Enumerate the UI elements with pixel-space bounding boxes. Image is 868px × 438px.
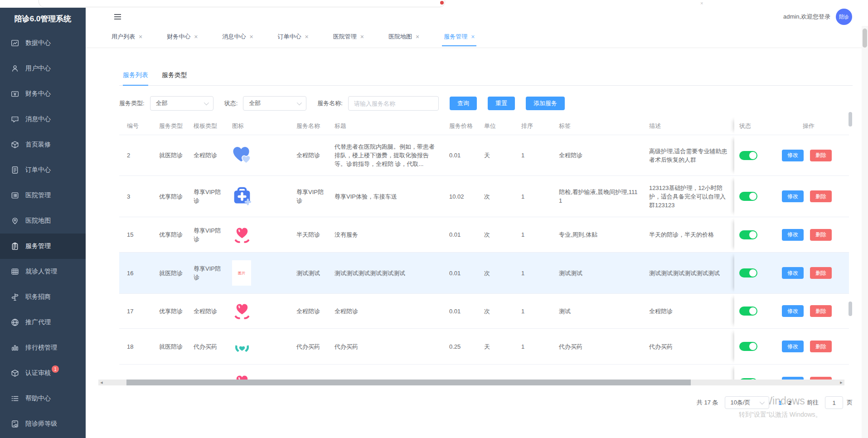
- goto-page-input[interactable]: [825, 396, 843, 409]
- cell-price: 0.25: [445, 329, 480, 364]
- close-tab-icon[interactable]: ×: [416, 33, 419, 40]
- user-icon: [11, 64, 19, 73]
- column-header: 服务价格: [445, 117, 480, 135]
- sidebar-item-1[interactable]: 数据中心: [0, 30, 86, 56]
- edit-button[interactable]: 修改: [782, 305, 804, 317]
- sidebar-item-11[interactable]: 职务招商: [0, 284, 86, 310]
- chevron-down-icon: [297, 100, 302, 105]
- delete-button[interactable]: 删除: [810, 150, 832, 161]
- tab-7[interactable]: 服务管理×: [444, 26, 475, 48]
- close-tab-icon[interactable]: ×: [360, 33, 364, 40]
- tab-6[interactable]: 医院地图×: [388, 26, 419, 48]
- sidebar-item-12[interactable]: 推广代理: [0, 310, 86, 335]
- help-list-icon: [11, 394, 19, 403]
- delete-button[interactable]: 删除: [810, 267, 832, 279]
- sidebar-item-2[interactable]: 用户中心: [0, 56, 86, 81]
- close-tab-icon[interactable]: ×: [139, 33, 142, 40]
- edit-button[interactable]: 修改: [782, 267, 804, 279]
- sidebar-item-label: 陪诊师等级: [25, 420, 57, 428]
- welcome-text: admin,欢迎您登录: [783, 13, 830, 21]
- edit-button[interactable]: 修改: [782, 150, 804, 161]
- delete-button[interactable]: 删除: [810, 341, 832, 352]
- page-number-1[interactable]: 1: [779, 399, 782, 406]
- sidebar-item-9[interactable]: 服务管理: [0, 234, 86, 259]
- close-tab-icon[interactable]: ×: [305, 33, 309, 40]
- service-name-input[interactable]: [348, 96, 439, 111]
- edit-button[interactable]: 修改: [782, 341, 804, 352]
- browser-top-remnant: ×: [0, 0, 868, 8]
- status-select[interactable]: 全部: [243, 96, 306, 111]
- status-toggle[interactable]: [739, 151, 757, 160]
- browser-scrollbar[interactable]: [862, 26, 868, 438]
- close-tab-icon[interactable]: ×: [471, 33, 475, 40]
- close-icon: ×: [700, 0, 703, 6]
- edit-button[interactable]: 修改: [782, 190, 804, 202]
- sidebar-item-label: 数据中心: [25, 39, 51, 47]
- close-tab-icon[interactable]: ×: [194, 33, 198, 40]
- tab-3[interactable]: 消息中心×: [222, 26, 253, 48]
- column-header: 服务类型: [155, 117, 189, 135]
- tab-5[interactable]: 医院管理×: [333, 26, 364, 48]
- scrollbar-thumb[interactable]: [849, 112, 852, 127]
- edit-button[interactable]: 修改: [782, 229, 804, 241]
- browser-searchbar-remnant: [39, 0, 445, 7]
- status-toggle[interactable]: [739, 230, 757, 239]
- status-value: 全部: [249, 99, 261, 107]
- tab-4[interactable]: 订单中心×: [278, 26, 309, 48]
- close-tab-icon[interactable]: ×: [249, 33, 253, 40]
- sidebar-item-10[interactable]: 就诊人管理: [0, 259, 86, 284]
- tab-2[interactable]: 财务中心×: [167, 26, 198, 48]
- avatar[interactable]: 陪诊: [836, 9, 852, 25]
- subtab-2[interactable]: 服务类型: [162, 71, 187, 85]
- topbar-right: admin,欢迎您登录 陪诊: [783, 9, 852, 25]
- delete-button[interactable]: 删除: [810, 305, 832, 317]
- delete-button[interactable]: 删除: [810, 229, 832, 241]
- sidebar-item-7[interactable]: 医院管理: [0, 183, 86, 208]
- tab-label: 财务中心: [167, 33, 190, 41]
- sidebar-item-8[interactable]: 医院地图: [0, 208, 86, 234]
- message-icon: [11, 115, 19, 123]
- cell-status: [734, 365, 782, 381]
- cell-icon: [228, 329, 292, 364]
- page-numbers: 12: [776, 399, 795, 406]
- cell-title: 全程陪诊: [330, 294, 445, 328]
- sidebar-item-5[interactable]: 首页装修: [0, 132, 86, 157]
- next-page-icon[interactable]: ›: [797, 399, 800, 407]
- subtab-1[interactable]: 服务列表: [123, 71, 148, 85]
- sidebar-item-3[interactable]: 财务中心: [0, 81, 86, 107]
- scroll-right-icon[interactable]: ▶: [838, 380, 844, 385]
- delete-button[interactable]: 删除: [810, 190, 832, 202]
- page-number-2[interactable]: 2: [788, 399, 791, 406]
- status-toggle[interactable]: [739, 192, 757, 201]
- cell-template: 尊享VIP陪诊: [189, 217, 228, 252]
- scroll-left-icon[interactable]: ◀: [98, 380, 105, 385]
- sidebar-item-15[interactable]: 帮助中心: [0, 386, 86, 411]
- sidebar-item-16[interactable]: 陪诊师等级: [0, 411, 86, 437]
- scrollbar-thumb[interactable]: [126, 380, 691, 385]
- sidebar-item-13[interactable]: 排行榜管理: [0, 335, 86, 360]
- table-horizontal-scrollbar[interactable]: ◀ ▶: [98, 380, 844, 385]
- cell-icon: [228, 176, 292, 217]
- cell-sort: 1: [517, 176, 554, 217]
- tab-1[interactable]: 用户列表×: [112, 26, 142, 48]
- search-button[interactable]: 查询: [450, 97, 477, 110]
- scrollbar-thumb[interactable]: [849, 302, 852, 316]
- add-service-button[interactable]: 添加服务: [526, 97, 565, 110]
- cell-tags: 专业,周到,体贴: [554, 217, 645, 252]
- sidebar-item-6[interactable]: 订单中心: [0, 157, 86, 183]
- service-type-select[interactable]: 全部: [150, 96, 213, 111]
- sidebar-item-14[interactable]: 认证审核1: [0, 360, 86, 386]
- cell-actions: 修改删除: [782, 365, 846, 381]
- page-size-select[interactable]: 10条/页: [725, 396, 769, 409]
- content: 服务列表服务类型 服务类型: 全部 状态: 全部 服务名称: 查询 重置 添加服…: [86, 48, 868, 438]
- table-vertical-scrollbar[interactable]: [849, 112, 852, 380]
- status-toggle[interactable]: [739, 342, 757, 351]
- hamburger-icon[interactable]: [114, 14, 121, 19]
- reset-button[interactable]: 重置: [488, 97, 515, 110]
- notification-badge: 1: [52, 365, 59, 373]
- cell-unit: 天: [480, 329, 517, 364]
- sidebar-item-4[interactable]: 消息中心: [0, 107, 86, 132]
- scrollbar-thumb[interactable]: [863, 29, 867, 48]
- status-toggle[interactable]: [739, 268, 757, 277]
- status-toggle[interactable]: [739, 307, 757, 316]
